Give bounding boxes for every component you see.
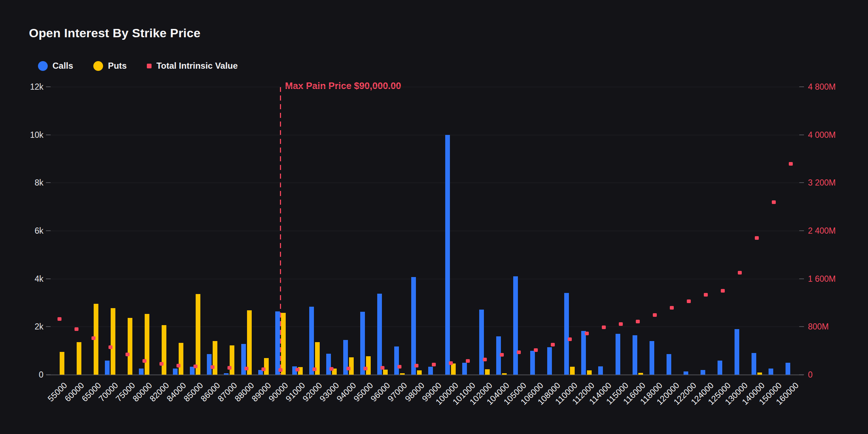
bar-calls-98000[interactable] [411,277,416,375]
bar-calls-110000[interactable] [564,293,569,375]
dot-intrinsic-95000[interactable] [363,367,367,370]
bar-puts-75000[interactable] [128,318,132,375]
bar-calls-150000[interactable] [769,369,773,375]
bar-calls-120000[interactable] [667,354,671,375]
bar-calls-84000[interactable] [173,369,178,375]
dot-intrinsic-60000[interactable] [75,327,78,331]
dot-intrinsic-130000[interactable] [738,271,742,275]
bar-puts-100000[interactable] [451,363,456,375]
dot-intrinsic-94000[interactable] [346,367,350,370]
dot-intrinsic-106000[interactable] [534,348,538,352]
dot-intrinsic-125000[interactable] [721,289,725,293]
dot-intrinsic-82000[interactable] [159,362,163,366]
dot-intrinsic-91000[interactable] [295,368,299,371]
dot-intrinsic-140000[interactable] [755,236,759,240]
dot-intrinsic-102000[interactable] [483,358,487,361]
dot-intrinsic-90000[interactable] [278,368,282,372]
dot-intrinsic-65000[interactable] [92,336,95,340]
bar-calls-96000[interactable] [377,294,382,375]
dot-intrinsic-108000[interactable] [551,343,555,346]
bar-puts-112000[interactable] [587,370,592,375]
bar-calls-105000[interactable] [513,276,518,375]
dot-intrinsic-160000[interactable] [789,162,793,166]
bar-calls-90000[interactable] [275,311,280,375]
dot-intrinsic-84000[interactable] [176,364,180,367]
bar-calls-160000[interactable] [786,363,790,375]
dot-intrinsic-88000[interactable] [244,367,248,370]
bar-calls-80000[interactable] [139,369,144,375]
bar-calls-125000[interactable] [718,361,722,375]
dot-intrinsic-92000[interactable] [312,367,316,371]
bar-puts-84000[interactable] [179,343,183,375]
dot-intrinsic-99000[interactable] [432,363,436,366]
dot-intrinsic-87000[interactable] [227,366,231,370]
dot-intrinsic-118000[interactable] [653,313,657,317]
bar-calls-95000[interactable] [360,312,365,375]
bar-calls-99000[interactable] [428,367,433,375]
bar-calls-130000[interactable] [735,329,739,375]
bar-calls-122000[interactable] [684,371,688,375]
bar-calls-106000[interactable] [530,351,535,375]
bar-calls-87000[interactable] [224,373,229,375]
dot-intrinsic-97000[interactable] [397,365,401,369]
dot-intrinsic-116000[interactable] [636,320,640,323]
bar-calls-112000[interactable] [581,331,586,375]
bar-puts-96000[interactable] [383,370,388,375]
bar-calls-124000[interactable] [701,370,705,375]
bar-puts-102000[interactable] [485,369,490,375]
bar-puts-60000[interactable] [77,342,81,375]
dot-intrinsic-70000[interactable] [109,345,112,349]
dot-intrinsic-120000[interactable] [670,306,674,310]
bar-puts-140000[interactable] [757,373,762,375]
bar-puts-110000[interactable] [570,367,575,375]
bar-puts-70000[interactable] [111,308,115,375]
dot-intrinsic-110000[interactable] [568,337,572,341]
bar-calls-108000[interactable] [547,347,552,375]
dot-intrinsic-80000[interactable] [142,359,146,363]
bar-puts-82000[interactable] [162,325,166,375]
dot-intrinsic-124000[interactable] [704,293,708,297]
bar-puts-89000[interactable] [264,358,269,375]
dot-intrinsic-115000[interactable] [619,322,623,326]
dot-intrinsic-98000[interactable] [414,364,418,367]
bar-calls-70000[interactable] [105,361,110,375]
dot-intrinsic-150000[interactable] [772,200,776,204]
bar-calls-93000[interactable] [326,354,331,375]
dot-intrinsic-100000[interactable] [449,361,453,365]
dot-intrinsic-96000[interactable] [380,366,384,370]
dot-intrinsic-55000[interactable] [58,317,61,321]
bar-puts-86000[interactable] [213,341,217,375]
bar-calls-102000[interactable] [479,310,484,375]
dot-intrinsic-86000[interactable] [210,365,214,369]
bar-puts-94000[interactable] [349,357,354,375]
bar-puts-85000[interactable] [196,294,200,375]
bar-calls-114000[interactable] [598,366,603,375]
bar-calls-86000[interactable] [207,354,212,375]
bar-calls-92000[interactable] [309,307,314,375]
dot-intrinsic-101000[interactable] [466,359,470,363]
bar-puts-55000[interactable] [60,352,64,375]
bar-puts-87000[interactable] [230,345,234,375]
bar-puts-97000[interactable] [400,373,405,375]
dot-intrinsic-75000[interactable] [125,353,129,356]
dot-intrinsic-85000[interactable] [193,365,197,368]
bar-calls-101000[interactable] [462,363,467,375]
bar-calls-115000[interactable] [616,334,620,375]
dot-intrinsic-105000[interactable] [517,350,521,354]
bar-calls-97000[interactable] [394,346,399,375]
bar-puts-80000[interactable] [145,314,149,375]
bar-puts-98000[interactable] [417,370,422,375]
bar-puts-88000[interactable] [247,310,252,375]
dot-intrinsic-112000[interactable] [585,332,589,335]
bar-calls-118000[interactable] [650,341,654,375]
dot-intrinsic-89000[interactable] [261,367,265,371]
bar-calls-100000[interactable] [445,135,450,375]
bar-calls-140000[interactable] [752,353,756,375]
bar-puts-95000[interactable] [366,356,371,375]
dot-intrinsic-122000[interactable] [687,299,691,303]
bar-puts-90000[interactable] [281,313,286,375]
bar-puts-116000[interactable] [638,373,643,375]
bar-calls-116000[interactable] [633,335,637,375]
dot-intrinsic-104000[interactable] [500,353,504,357]
dot-intrinsic-93000[interactable] [329,367,333,371]
